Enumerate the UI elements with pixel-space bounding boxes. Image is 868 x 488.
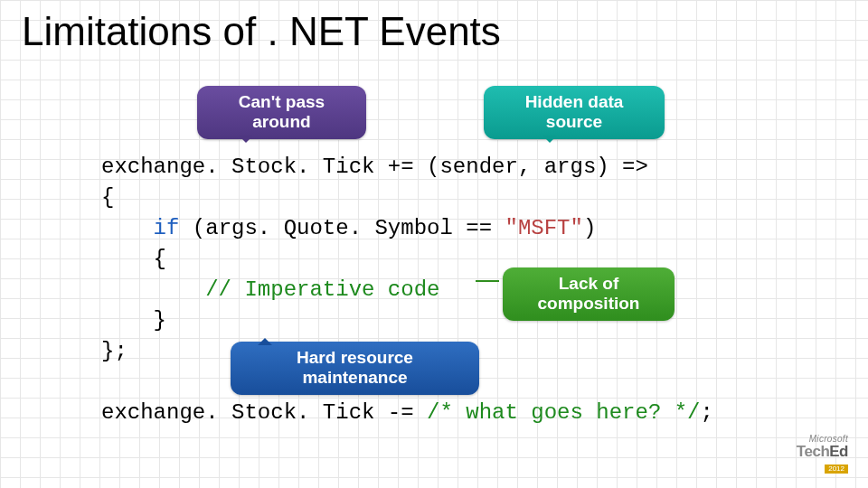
footer-brand: TechEd [797, 444, 848, 459]
code-text: exchange. Stock. Tick += (sender, args) … [101, 155, 648, 179]
slide-title: Limitations of . NET Events [22, 9, 501, 54]
footer-brand-b: Ed [829, 443, 848, 460]
code-comment-imperative: // Imperative code [205, 277, 439, 302]
code-text: { [101, 185, 114, 210]
code-text: } [101, 308, 166, 333]
code-text: ) [583, 216, 596, 240]
code-block: exchange. Stock. Tick += (sender, args) … [101, 152, 713, 428]
code-text: (args. Quote. Symbol == [179, 216, 505, 240]
code-text: exchange. Stock. Tick -= [101, 400, 427, 425]
code-text [101, 277, 205, 302]
callout-hidden-data-source: Hidden data source [484, 86, 665, 139]
code-text: ; [701, 400, 713, 425]
footer-logo: Microsoft TechEd 2012 [797, 435, 848, 474]
footer-year: 2012 [825, 465, 848, 474]
callout-cant-pass-around: Can't pass around [197, 86, 366, 139]
code-text: }; [101, 339, 127, 363]
code-string-msft: "MSFT" [505, 216, 582, 240]
footer-brand-a: Tech [797, 443, 829, 460]
code-text [101, 216, 154, 240]
code-comment-what-goes-here: /* what goes here? */ [427, 400, 700, 425]
code-keyword-if: if [154, 216, 180, 240]
code-text: { [101, 247, 166, 271]
